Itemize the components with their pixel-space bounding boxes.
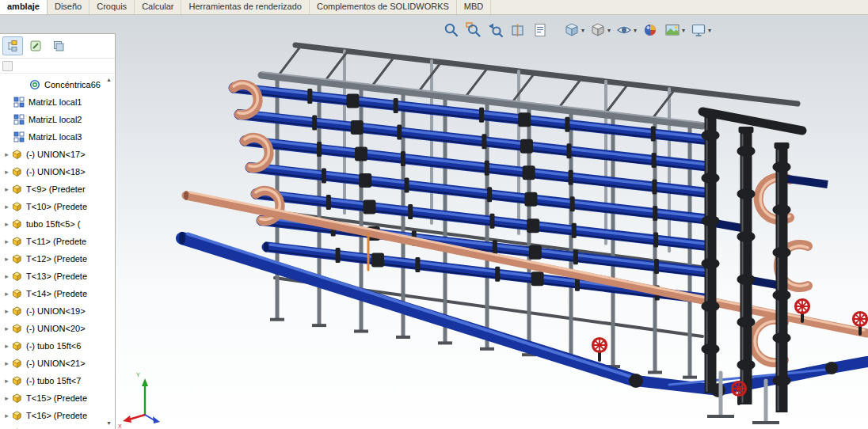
tree-item[interactable]: ▸T<14> (Predete: [0, 285, 115, 302]
expand-arrow-icon[interactable]: ▸: [2, 359, 11, 367]
tree-item[interactable]: ▸MatrizL local1: [0, 93, 115, 111]
part-icon: [11, 340, 24, 352]
part-icon: [11, 288, 24, 300]
tree-item[interactable]: ▸(-) UNION<20>: [0, 320, 115, 337]
part-icon: [11, 306, 24, 317]
part-icon: [11, 236, 24, 248]
scroll-up-icon[interactable]: ▲: [105, 75, 113, 84]
expand-arrow-icon[interactable]: ▸: [2, 168, 11, 176]
y-axis-label: Y: [136, 372, 140, 378]
expand-arrow-icon[interactable]: ▸: [2, 325, 11, 332]
tree-item[interactable]: ▸Concéntrica66: [0, 76, 115, 93]
hide-show-items-button[interactable]: ▾: [615, 21, 638, 40]
expand-arrow-icon[interactable]: ▸: [2, 342, 11, 350]
part-icon: [11, 410, 24, 422]
tree-item-label: MatrizL local2: [29, 115, 82, 124]
feature-manager-design-tree-tab[interactable]: [2, 36, 23, 55]
hide-show-items-icon: [615, 21, 633, 39]
tree-item-label: T<15> (Predete: [26, 393, 87, 403]
section-view-icon: [509, 21, 527, 39]
tree-item[interactable]: ▸(-) UNION<18>: [0, 163, 115, 180]
tree-item[interactable]: ▸T<17> (Predete: [0, 424, 115, 429]
zoom-to-fit-icon: [443, 21, 460, 39]
x-axis-label: X: [118, 423, 122, 429]
tree-item[interactable]: ▸(-) tubo 15ft<7: [0, 372, 115, 389]
tab-calcular[interactable]: Calcular: [135, 0, 181, 14]
pattern-icon: [13, 131, 26, 143]
zoom-to-fit-button[interactable]: [442, 21, 461, 40]
property-manager-tab[interactable]: [25, 36, 46, 55]
tree-item[interactable]: ▸MatrizL local3: [0, 128, 115, 146]
part-icon: [11, 201, 24, 213]
part-icon: [11, 375, 24, 387]
tab-complementos-solidworks[interactable]: Complementos de SOLIDWORKS: [310, 0, 457, 14]
apply-scene-button[interactable]: ▾: [663, 21, 686, 40]
dropdown-caret-icon: ▾: [581, 27, 584, 34]
expand-arrow-icon[interactable]: ▸: [2, 220, 11, 228]
tree-item[interactable]: ▸(-) tubo 15ft<6: [0, 337, 115, 355]
section-view-button[interactable]: [508, 21, 527, 40]
tree-item[interactable]: ▸(-) UNION<21>: [0, 355, 115, 372]
property-manager-icon: [29, 39, 43, 53]
expand-arrow-icon[interactable]: ▸: [2, 150, 11, 158]
edit-appearance-icon: [641, 21, 659, 39]
tree-item[interactable]: ▸T<11> (Predete: [0, 233, 115, 250]
assembly-3d-view[interactable]: XY: [115, 15, 868, 429]
tree-item[interactable]: ▸T<16> (Predete: [0, 407, 115, 424]
tree-item[interactable]: ▸T<15> (Predete: [0, 389, 115, 407]
pattern-icon: [13, 97, 26, 108]
tab-croquis[interactable]: Croquis: [89, 0, 135, 14]
configuration-manager-tab[interactable]: [48, 36, 69, 55]
tab-herramientas-renderizado[interactable]: Herramientas de renderizado: [181, 0, 309, 14]
panel-tab-bar: [0, 34, 115, 59]
expand-arrow-icon[interactable]: ▸: [2, 237, 11, 245]
dropdown-caret-icon: ▾: [682, 27, 685, 34]
tree-item-label: T<13> (Predete: [26, 271, 87, 281]
expand-arrow-icon[interactable]: ▸: [2, 272, 11, 280]
view-orientation-icon: [563, 21, 581, 39]
expand-arrow-icon[interactable]: ▸: [2, 185, 11, 193]
tree-item-label: Concéntrica66: [44, 80, 101, 89]
tree-item[interactable]: ▸T<13> (Predete: [0, 268, 115, 285]
tab-diseno[interactable]: Diseño: [48, 0, 89, 14]
dynamic-annotation-views-button[interactable]: [531, 21, 550, 40]
part-icon: [11, 166, 24, 178]
previous-view-button[interactable]: [486, 21, 505, 40]
tree-item[interactable]: ▸MatrizL local2: [0, 111, 115, 128]
expand-arrow-icon[interactable]: ▸: [2, 290, 11, 298]
graphics-area[interactable]: XY ▾ ▾ ▾: [0, 15, 868, 429]
expand-arrow-icon[interactable]: ▸: [2, 412, 11, 420]
part-icon: [11, 358, 24, 370]
zoom-to-area-button[interactable]: [464, 21, 483, 40]
expand-arrow-icon[interactable]: ▸: [2, 255, 11, 263]
tree-item-label: (-) UNION<19>: [26, 306, 86, 316]
flyout-arrow-button[interactable]: [2, 61, 13, 71]
command-tab-bar: amblaje Diseño Croquis Calcular Herramie…: [0, 0, 868, 15]
view-settings-button[interactable]: ▾: [689, 21, 712, 40]
dynamic-annotation-views-icon: [531, 21, 549, 39]
display-style-button[interactable]: ▾: [588, 21, 611, 40]
tree-item[interactable]: ▸(-) UNION<19>: [0, 302, 115, 320]
tree-item-label: (-) tubo 15ft<6: [26, 341, 81, 351]
dropdown-caret-icon: ▾: [634, 27, 637, 34]
expand-arrow-icon[interactable]: ▸: [2, 377, 11, 385]
tree-item-label: T<12> (Predete: [26, 254, 87, 264]
expand-arrow-icon[interactable]: ▸: [2, 307, 11, 315]
expand-arrow-icon[interactable]: ▸: [2, 203, 11, 211]
tree-item[interactable]: ▸(-) UNION<17>: [0, 146, 115, 163]
tree-item-label: (-) UNION<17>: [26, 150, 86, 159]
design-tree-icon: [6, 39, 20, 53]
tab-ensamblaje[interactable]: amblaje: [0, 0, 48, 14]
scroll-down-icon[interactable]: ▼: [105, 419, 113, 427]
edit-appearance-button[interactable]: [641, 21, 660, 40]
view-orientation-button[interactable]: ▾: [562, 21, 585, 40]
tree-item-label: (-) UNION<20>: [26, 324, 86, 333]
tree-item[interactable]: ▸T<12> (Predete: [0, 250, 115, 268]
display-style-icon: [589, 21, 607, 39]
solidworks-window: { "command_tabs": { "items": [ {"label":…: [0, 0, 868, 429]
tab-mbd[interactable]: MBD: [457, 0, 491, 14]
tree-item[interactable]: ▸T<9> (Predeter: [0, 180, 115, 198]
tree-item[interactable]: ▸tubo 15ft<5> (: [0, 215, 115, 233]
expand-arrow-icon[interactable]: ▸: [2, 394, 11, 402]
tree-item[interactable]: ▸T<10> (Predete: [0, 198, 115, 215]
